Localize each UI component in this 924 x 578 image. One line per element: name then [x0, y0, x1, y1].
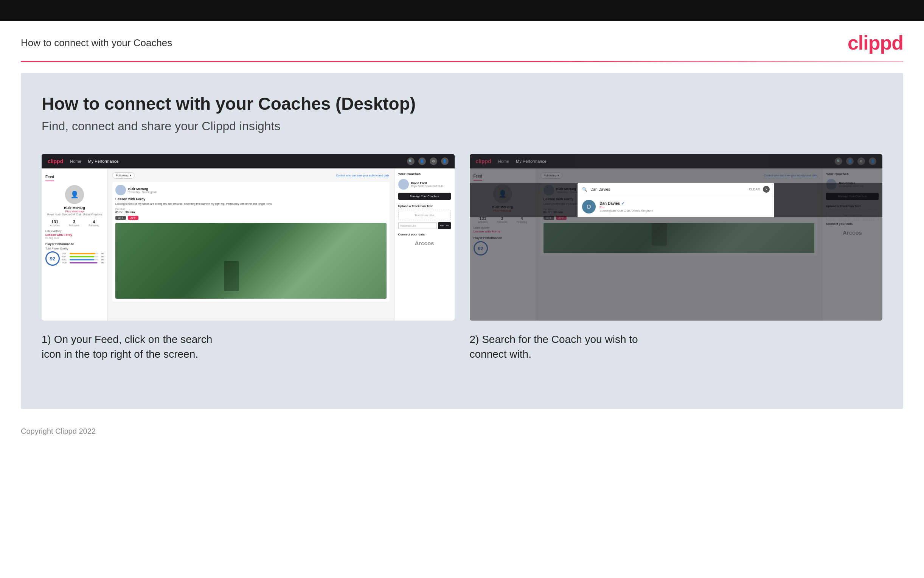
- tpq-score: 92: [45, 251, 60, 266]
- app-logo-1: clippd: [48, 158, 63, 164]
- profile-icon-2: 👤: [846, 157, 854, 165]
- app-topbar-2: clippd Home My Performance 🔍 👤 ⚙ 👤: [470, 154, 883, 169]
- profile-icon[interactable]: 👤: [418, 157, 426, 165]
- verified-icon: ✔: [621, 201, 625, 206]
- app-main-feed: Following ▾ Control who can see your act…: [108, 169, 394, 321]
- app-nav-myperformance[interactable]: My Performance: [88, 159, 119, 164]
- tpq-bar-app: APP 85: [62, 255, 104, 258]
- user-avatar-icon-2: 👤: [869, 157, 876, 165]
- stat-followers-label: Followers: [69, 224, 79, 227]
- search-input-value[interactable]: Dan Davies: [591, 187, 746, 192]
- coaches-title-1: Your Coaches: [398, 172, 451, 176]
- settings-icon[interactable]: ⚙: [430, 157, 437, 165]
- screenshot-frame-2: clippd Home My Performance 🔍 👤 ⚙ 👤: [470, 154, 883, 321]
- stats-row: 131 Activities 3 Followers 4 Following: [45, 219, 104, 227]
- latest-activity-label: Latest Activity: [45, 230, 104, 232]
- app-nav-home-2: Home: [498, 159, 509, 164]
- post-image: [115, 223, 387, 299]
- upload-title: Upload a Trackman Test: [398, 205, 451, 208]
- connect-data-title: Connect your data: [398, 233, 451, 236]
- app-nav-myperformance-2: My Performance: [516, 159, 547, 164]
- result-club: Sunningdale Golf Club, United Kingdom: [599, 209, 653, 212]
- post-author-meta: Yesterday · Sunningdale: [128, 191, 157, 193]
- screenshots-row: clippd Home My Performance 🔍 👤 ⚙ 👤 Feed: [42, 154, 882, 362]
- profile-club: Royal North Devon Golf Club, United King…: [45, 213, 104, 216]
- profile-card: 👤 Blair McHarg Plus Handicap Royal North…: [45, 185, 104, 216]
- screenshot-block-1: clippd Home My Performance 🔍 👤 ⚙ 👤 Feed: [42, 154, 455, 362]
- feed-tab[interactable]: Feed: [45, 175, 54, 181]
- app-body-1: Feed 👤 Blair McHarg Plus Handicap Royal …: [42, 169, 455, 321]
- tpq-row: 92 OTT 90 APP 85: [45, 251, 104, 266]
- app-topbar-icons-2: 🔍 👤 ⚙ 👤: [835, 157, 876, 165]
- post-header: Blair McHarg Yesterday · Sunningdale: [115, 185, 387, 195]
- search-icon-2: 🔍: [835, 157, 842, 165]
- arccos-logo: Arccos: [398, 238, 451, 248]
- coach-name-1: David Ford: [411, 181, 443, 185]
- manage-coaches-button[interactable]: Manage Your Coaches: [398, 193, 451, 200]
- control-link[interactable]: Control who can see your activity and da…: [336, 174, 389, 177]
- post-author-name: Blair McHarg: [128, 187, 157, 191]
- trackman-placeholder: Trackman Link: [398, 210, 451, 220]
- following-button[interactable]: Following ▾: [112, 172, 135, 179]
- main-subtitle: Find, connect and share your Clippd insi…: [42, 119, 882, 133]
- coach-item-1: David Ford Royal North Devon Golf Club: [398, 179, 451, 190]
- tpq-bar-arg: ARG 86: [62, 258, 104, 261]
- activity-date: 03 Aug 2022: [45, 237, 104, 239]
- coach-avatar-1: [398, 179, 409, 190]
- stat-activities-value: 131: [50, 219, 60, 224]
- toggle-on[interactable]: APP: [128, 216, 138, 220]
- stat-following-label: Following: [89, 224, 99, 227]
- app-nav-home: Home: [70, 159, 81, 164]
- tpq-bars: OTT 90 APP 85 ARG: [62, 252, 104, 265]
- coach-club-1: Royal North Devon Golf Club: [411, 185, 443, 187]
- app-sidebar-1: Feed 👤 Blair McHarg Plus Handicap Royal …: [42, 169, 108, 321]
- footer: Copyright Clippd 2022: [0, 419, 924, 443]
- stat-following-value: 4: [89, 219, 99, 224]
- app-topbar-1: clippd Home My Performance 🔍 👤 ⚙ 👤: [42, 154, 455, 169]
- post-toggle-row: OTT APP: [115, 216, 387, 220]
- search-close-button[interactable]: ×: [763, 186, 770, 193]
- search-magnifier-icon: 🔍: [582, 187, 587, 192]
- stat-activities: 131 Activities: [50, 219, 60, 227]
- app-topbar-icons: 🔍 👤 ⚙ 👤: [407, 157, 448, 165]
- copyright-text: Copyright Clippd 2022: [21, 427, 96, 435]
- upload-section: Upload a Trackman Test Trackman Link Tra…: [398, 205, 451, 229]
- post-author-avatar: [115, 185, 126, 195]
- screenshot-block-2: clippd Home My Performance 🔍 👤 ⚙ 👤: [470, 154, 883, 362]
- stat-activities-label: Activities: [50, 224, 60, 227]
- activity-name: Lesson with Fordy: [45, 233, 104, 237]
- header-divider: [21, 61, 903, 62]
- add-link-button[interactable]: Add Link: [438, 222, 450, 229]
- app-right-panel-1: Your Coaches David Ford Royal North Devo…: [394, 169, 455, 321]
- avatar: 👤: [65, 185, 84, 204]
- stat-followers-value: 3: [69, 219, 79, 224]
- tpq-label: Total Player Quality: [45, 247, 104, 250]
- app-logo-2: clippd: [476, 158, 491, 164]
- settings-icon-2: ⚙: [858, 157, 865, 165]
- profile-handicap: Plus Handicap: [45, 210, 104, 213]
- player-perf-title: Player Performance: [45, 242, 104, 246]
- search-bar: 🔍 Dan Davies CLEAR ×: [578, 183, 774, 196]
- post-title: Lesson with Fordy: [115, 197, 387, 201]
- header: How to connect with your Coaches clippd: [0, 21, 924, 61]
- search-clear-button[interactable]: CLEAR: [749, 187, 760, 191]
- following-row: Following ▾ Control who can see your act…: [112, 172, 390, 179]
- stat-following: 4 Following: [89, 219, 99, 227]
- trackman-input-row: Trackman Link Add Link: [398, 222, 451, 229]
- step-1-text: 1) On your Feed, click on the searchicon…: [42, 332, 455, 362]
- main-title: How to connect with your Coaches (Deskto…: [42, 94, 882, 114]
- stat-followers: 3 Followers: [69, 219, 79, 227]
- result-role: Pro: [599, 206, 653, 209]
- search-icon[interactable]: 🔍: [407, 157, 414, 165]
- post-body: Looking to feel like my hands are exitin…: [115, 202, 387, 206]
- post-card: Blair McHarg Yesterday · Sunningdale Les…: [112, 182, 390, 302]
- toggle-off[interactable]: OTT: [115, 216, 126, 220]
- tpq-bar-putt: PUTT 96: [62, 261, 104, 264]
- result-name: Dan Davies: [599, 201, 620, 206]
- step-2-text: 2) Search for the Coach you wish toconne…: [470, 332, 883, 362]
- result-avatar: D: [582, 200, 596, 213]
- trackman-input[interactable]: Trackman Link: [398, 222, 437, 229]
- user-avatar-icon[interactable]: 👤: [441, 157, 448, 165]
- search-result-item[interactable]: D Dan Davies ✔ Pro Sunningdale Golf Club…: [578, 196, 774, 217]
- screenshot-frame-1: clippd Home My Performance 🔍 👤 ⚙ 👤 Feed: [42, 154, 455, 321]
